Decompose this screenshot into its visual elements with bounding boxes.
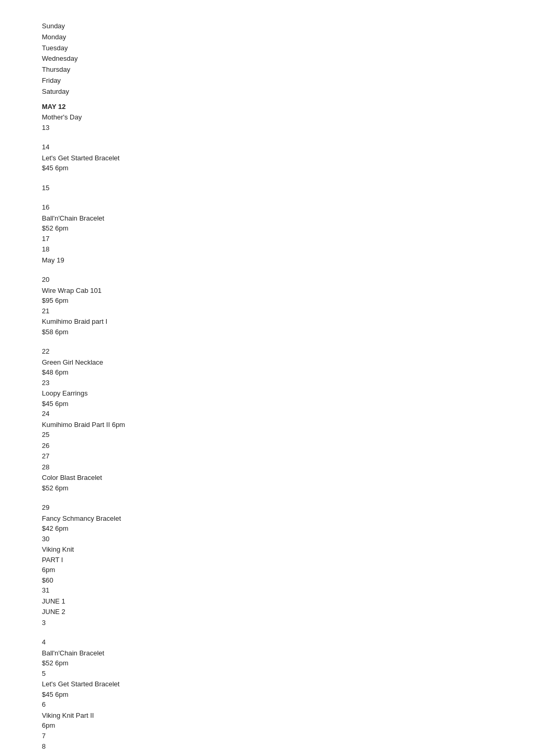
date-5: 5 bbox=[42, 669, 492, 679]
date-15: 15 bbox=[42, 183, 492, 193]
calendar-container: Sunday Monday Tuesday Wednesday Thursday… bbox=[42, 21, 492, 752]
date-23: 23 bbox=[42, 378, 492, 388]
event-green-girl: Green Girl Necklace bbox=[42, 357, 492, 368]
date-may12: MAY 12 bbox=[42, 102, 492, 112]
event-loopy-earrings: Loopy Earrings bbox=[42, 388, 492, 399]
day-sunday: Sunday bbox=[42, 21, 492, 32]
date-june2: JUNE 2 bbox=[42, 607, 492, 617]
date-31: 31 bbox=[42, 585, 492, 596]
entry-16: 16 Ball'n'Chain Bracelet $52 6pm 17 18 M… bbox=[42, 202, 492, 265]
entry-22: 22 Green Girl Necklace $48 6pm 23 Loopy … bbox=[42, 346, 492, 493]
detail-lets-get-started-june: $45 6pm bbox=[42, 689, 492, 700]
day-saturday: Saturday bbox=[42, 86, 492, 97]
day-wednesday: Wednesday bbox=[42, 53, 492, 64]
days-of-week-header: Sunday Monday Tuesday Wednesday Thursday… bbox=[42, 21, 492, 97]
date-17: 17 bbox=[42, 234, 492, 244]
detail-wire-wrap: $95 6pm bbox=[42, 295, 492, 306]
entry-20: 20 Wire Wrap Cab 101 $95 6pm 21 Kumihimo… bbox=[42, 275, 492, 337]
event-wire-wrap: Wire Wrap Cab 101 bbox=[42, 286, 492, 296]
date-18: 18 bbox=[42, 244, 492, 255]
date-16: 16 bbox=[42, 202, 492, 213]
date-26: 26 bbox=[42, 441, 492, 451]
day-tuesday: Tuesday bbox=[42, 43, 492, 54]
event-kumihimo-part1: Kumihimo Braid part I bbox=[42, 316, 492, 327]
date-may19-label: May 19 bbox=[42, 255, 492, 266]
day-thursday: Thursday bbox=[42, 64, 492, 75]
day-friday: Friday bbox=[42, 75, 492, 86]
detail-viking-knit-price: $60 bbox=[42, 575, 492, 586]
day-monday: Monday bbox=[42, 32, 492, 43]
event-balln-chain-june: Ball'n'Chain Bracelet bbox=[42, 648, 492, 659]
detail-fancy-schmancy: $42 6pm bbox=[42, 523, 492, 534]
detail-kumihimo-part1: $58 6pm bbox=[42, 327, 492, 337]
holiday-mothers-day: Mother's Day bbox=[42, 112, 492, 123]
entry-29: 29 Fancy Schmancy Bracelet $42 6pm 30 Vi… bbox=[42, 502, 492, 628]
date-27: 27 bbox=[42, 451, 492, 462]
date-4: 4 bbox=[42, 637, 492, 648]
event-color-blast: Color Blast Bracelet bbox=[42, 473, 492, 483]
date-24: 24 bbox=[42, 409, 492, 419]
detail-balln-chain-bracelet-may: $52 6pm bbox=[42, 223, 492, 234]
event-balln-chain-bracelet-may: Ball'n'Chain Bracelet bbox=[42, 213, 492, 224]
date-22: 22 bbox=[42, 346, 492, 357]
event-lets-get-started: Let's Get Started Bracelet bbox=[42, 153, 492, 163]
event-fancy-schmancy: Fancy Schmancy Bracelet bbox=[42, 513, 492, 524]
date-28: 28 bbox=[42, 462, 492, 473]
date-30: 30 bbox=[42, 534, 492, 544]
date-14: 14 bbox=[42, 142, 492, 152]
detail-green-girl: $48 6pm bbox=[42, 367, 492, 378]
event-lets-get-started-june: Let's Get Started Bracelet bbox=[42, 679, 492, 689]
date-25: 25 bbox=[42, 430, 492, 440]
detail-balln-chain-june: $52 6pm bbox=[42, 658, 492, 669]
date-6: 6 bbox=[42, 699, 492, 710]
date-8: 8 bbox=[42, 741, 492, 752]
event-viking-knit-part2: Viking Knit Part II bbox=[42, 710, 492, 721]
event-viking-knit-part1-sub: PART I bbox=[42, 555, 492, 565]
date-7: 7 bbox=[42, 731, 492, 741]
date-20: 20 bbox=[42, 275, 492, 285]
detail-viking-knit-part2: 6pm bbox=[42, 720, 492, 731]
date-29: 29 bbox=[42, 502, 492, 513]
entry-14: 14 Let's Get Started Bracelet $45 6pm bbox=[42, 142, 492, 173]
entry-15: 15 bbox=[42, 183, 492, 193]
detail-loopy-earrings: $45 6pm bbox=[42, 399, 492, 409]
event-viking-knit-part1: Viking Knit bbox=[42, 544, 492, 555]
date-13: 13 bbox=[42, 123, 492, 133]
date-june1: JUNE 1 bbox=[42, 596, 492, 607]
entry-may12: MAY 12 Mother's Day 13 bbox=[42, 102, 492, 133]
date-3: 3 bbox=[42, 618, 492, 628]
event-kumihimo-part2: Kumihimo Braid Part II 6pm bbox=[42, 420, 492, 430]
date-21: 21 bbox=[42, 306, 492, 316]
entry-june4: 4 Ball'n'Chain Bracelet $52 6pm 5 Let's … bbox=[42, 637, 492, 752]
detail-viking-knit-time: 6pm bbox=[42, 565, 492, 575]
detail-color-blast: $52 6pm bbox=[42, 483, 492, 494]
detail-lets-get-started: $45 6pm bbox=[42, 163, 492, 173]
